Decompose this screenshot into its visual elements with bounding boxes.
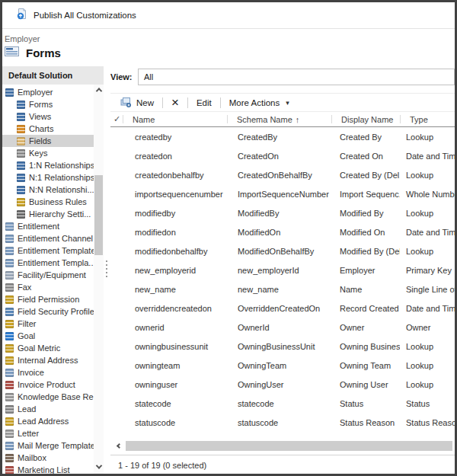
schema-name-cell: ImportSequenceNumber — [227, 190, 331, 199]
sidebar-item-lead[interactable]: Lead — [2, 403, 94, 415]
marketing-list-icon — [5, 466, 14, 474]
sidebar-item-entitlement-template[interactable]: Entitlement Template — [2, 244, 94, 257]
sidebar-item-label: Entitlement Template — [18, 246, 94, 255]
column-header-label: Display Name — [341, 115, 393, 124]
sidebar-item-label: Mail Merge Template — [18, 441, 94, 450]
table-row[interactable]: createdbyCreatedByCreated ByLookup — [110, 127, 455, 146]
horizontal-scrollbar-thumb[interactable] — [126, 441, 452, 451]
edit-button[interactable]: Edit — [188, 94, 220, 111]
sidebar-tree: EmployerFormsViewsChartsFieldsKeys1:N Re… — [2, 85, 94, 474]
sidebar-item-lead-address[interactable]: Lead Address — [2, 415, 94, 427]
grid-header-row: ✓ Name Schema Name ↑ Display Name Type — [110, 111, 455, 127]
name-cell: overriddencreatedon — [123, 304, 227, 313]
type-cell: Status — [400, 399, 455, 408]
table-row[interactable]: owningbusinessunitOwningBusinessUnitOwni… — [110, 337, 455, 356]
sidebar-item-knowledge-base-record[interactable]: Knowledge Base Re... — [2, 391, 94, 403]
type-cell: Date and Time — [400, 228, 455, 237]
display-name-cell: Created On — [331, 152, 400, 161]
column-header-name[interactable]: Name — [123, 112, 227, 126]
select-all-column-header[interactable]: ✓ — [110, 112, 123, 126]
sidebar-item-fields[interactable]: Fields — [2, 135, 94, 147]
scroll-down-arrow-icon[interactable] — [94, 462, 104, 472]
table-row[interactable]: createdonbehalfbyCreatedOnBehalfByCreate… — [110, 165, 455, 184]
sidebar-item-invoice-product[interactable]: Invoice Product — [2, 379, 94, 391]
sidebar-item-facility-equipment[interactable]: Facility/Equipment — [2, 269, 94, 281]
column-header-label: Schema Name — [237, 115, 292, 124]
forms-title-icon — [5, 46, 19, 59]
sidebar-item-goal[interactable]: Goal — [2, 330, 94, 342]
table-row[interactable]: createdonCreatedOnCreated OnDate and Tim… — [110, 146, 455, 165]
sidebar-item-internal-address[interactable]: Internal Address — [2, 354, 94, 366]
sidebar-item-charts[interactable]: Charts — [2, 123, 94, 135]
sidebar-item-filter[interactable]: Filter — [2, 318, 94, 330]
page-header: Employer Forms — [2, 29, 455, 66]
column-header-schema-name[interactable]: Schema Name ↑ — [227, 112, 331, 126]
more-actions-button[interactable]: More Actions ▾ — [221, 94, 298, 111]
sidebar-item-invoice[interactable]: Invoice — [2, 366, 94, 379]
sidebar-scrollbar-thumb[interactable] — [94, 175, 103, 255]
new-button[interactable]: New — [112, 94, 162, 111]
schema-name-cell: OwningTeam — [227, 361, 331, 370]
column-header-type[interactable]: Type — [400, 112, 455, 126]
table-row[interactable]: owneridOwnerIdOwnerOwner — [110, 318, 455, 337]
sidebar-item-fax[interactable]: Fax — [2, 281, 94, 293]
table-row[interactable]: new_namenew_nameNameSingle Line of Text — [110, 280, 455, 299]
sidebar-item-entitlement[interactable]: Entitlement — [2, 220, 94, 232]
delete-button[interactable]: × — [163, 94, 187, 111]
sidebar-item-keys[interactable]: Keys — [2, 147, 94, 159]
table-row[interactable]: overriddencreatedonOverriddenCreatedOnRe… — [110, 299, 455, 318]
sidebar-scrollbar[interactable] — [94, 85, 104, 474]
sidebar-item-employer[interactable]: Employer — [2, 86, 94, 98]
horizontal-scrollbar[interactable] — [110, 440, 455, 452]
entitlement-channel-icon — [5, 235, 14, 243]
fields-icon — [17, 137, 25, 145]
table-row[interactable]: new_employeridnew_employerIdEmployerPrim… — [110, 260, 455, 280]
sidebar-item-one-to-many-relationships[interactable]: 1:N Relationships — [2, 159, 94, 171]
record-count-status: 1 - 19 of 19 (0 selected) — [110, 455, 455, 474]
sidebar-item-label: Goal Metric — [18, 343, 60, 353]
sidebar-item-label: N:1 Relationships — [29, 173, 94, 182]
sidebar-item-views[interactable]: Views — [2, 110, 94, 123]
table-row[interactable]: statuscodestatuscodeStatus ReasonStatus … — [110, 413, 455, 432]
table-row[interactable]: owninguserOwningUserOwning UserLookup — [110, 375, 455, 394]
sidebar-item-many-to-one-relationships[interactable]: N:1 Relationships — [2, 171, 94, 184]
table-row[interactable]: modifiedonbehalfbyModifiedOnBehalfByModi… — [110, 241, 455, 260]
sidebar-item-label: Forms — [29, 100, 53, 109]
sidebar-item-business-rules[interactable]: Business Rules — [2, 196, 94, 208]
column-header-display-name[interactable]: Display Name — [331, 112, 400, 126]
sidebar-item-marketing-list[interactable]: Marketing List — [2, 464, 94, 474]
sidebar-item-many-to-many-relationships[interactable]: N:N Relationshi... — [2, 184, 94, 196]
scroll-up-arrow-icon[interactable] — [94, 85, 104, 95]
sidebar-item-forms[interactable]: Forms — [2, 98, 94, 110]
entity-name: Employer — [5, 34, 455, 43]
business-rules-icon — [17, 198, 25, 206]
sidebar-item-label: Goal — [18, 331, 35, 340]
sidebar-item-field-security-profile[interactable]: Field Security Profile — [2, 305, 94, 318]
scroll-left-arrow-icon[interactable] — [114, 441, 123, 451]
sidebar-item-field-permission[interactable]: Field Permission — [2, 293, 94, 305]
table-row[interactable]: importsequencenumberImportSequenceNumber… — [110, 184, 455, 203]
schema-name-cell: OwningUser — [227, 380, 331, 389]
view-selector[interactable]: All — [138, 69, 455, 85]
sidebar-item-mail-merge-template[interactable]: Mail Merge Template — [2, 439, 94, 452]
sidebar-item-entitlement-template-2[interactable]: Entitlement Templa... — [2, 257, 94, 269]
sidebar-item-label: Mailbox — [18, 453, 46, 462]
sidebar-item-goal-metric[interactable]: Goal Metric — [2, 342, 94, 354]
type-cell: Whole Number — [400, 190, 455, 199]
schema-name-cell: statuscode — [227, 418, 331, 427]
keys-icon — [17, 149, 25, 158]
table-row[interactable]: owningteamOwningTeamOwning TeamLookup — [110, 356, 455, 375]
lead-address-icon — [5, 417, 14, 426]
type-cell: Single Line of Text — [400, 285, 455, 294]
publish-all-customizations-button[interactable]: Publish All Customizations — [10, 5, 142, 26]
pane-splitter[interactable] — [104, 66, 110, 474]
table-row[interactable]: statecodestatecodeStatusStatus — [110, 394, 455, 413]
table-row[interactable]: modifiedbyModifiedByModified ByLookup — [110, 203, 455, 222]
sidebar-item-entitlement-channel[interactable]: Entitlement Channel — [2, 232, 94, 244]
type-cell: Owner — [400, 323, 455, 332]
sidebar-item-hierarchy-settings[interactable]: Hierarchy Setti... — [2, 208, 94, 220]
name-cell: owninguser — [123, 380, 227, 389]
sidebar-item-mailbox[interactable]: Mailbox — [2, 452, 94, 464]
table-row[interactable]: modifiedonModifiedOnModified OnDate and … — [110, 222, 455, 241]
sidebar-item-letter[interactable]: Letter — [2, 427, 94, 439]
